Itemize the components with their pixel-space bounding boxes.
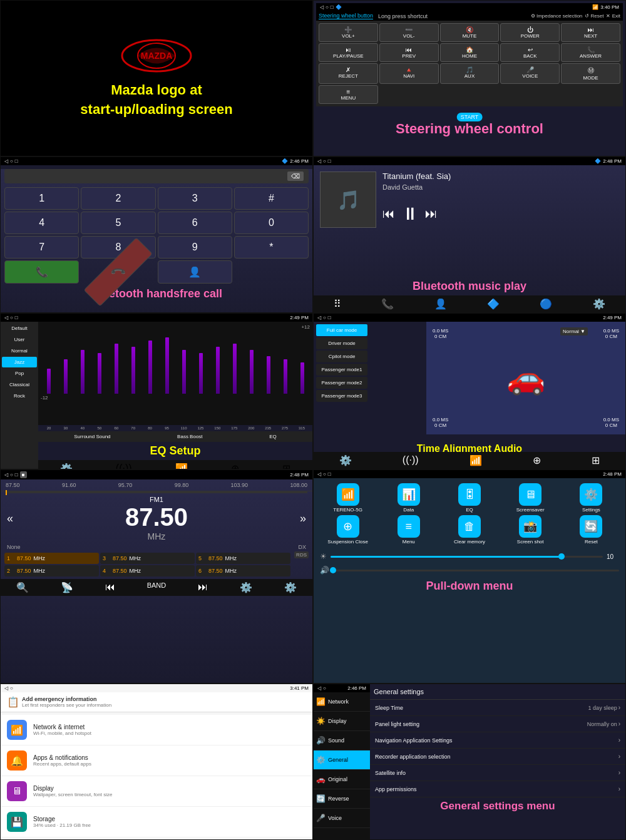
eq-bar-14[interactable] [277,359,293,394]
bt-key-3[interactable]: 3 [158,187,232,210]
back-icon7[interactable]: ◁ [317,471,321,477]
back-icon[interactable]: ◁ [320,4,324,10]
android-apps-item[interactable]: 🔔 Apps & notifications Recent apps, defa… [1,745,312,776]
nav-bt3-icon[interactable]: 🔵 [540,298,552,310]
eq-bar-12[interactable] [244,350,259,394]
back-icon4[interactable]: ◁ [4,315,8,320]
recents-icon2[interactable]: □ [15,158,18,164]
eq-bar-10[interactable] [210,347,225,394]
back-icon8[interactable]: ◁ [4,685,8,691]
home-icon[interactable]: ○ [326,4,329,10]
sw-home[interactable]: 🏠HOME [440,43,500,62]
eq-bar-11[interactable] [227,344,242,394]
ta-driver[interactable]: Driver mode [316,337,367,349]
bt-key-4[interactable]: 4 [4,212,79,234]
home-icon8[interactable]: ○ [10,685,13,691]
radio-prev-btn[interactable]: « [7,512,13,525]
eq-mode-user[interactable]: User [2,334,37,345]
radio-next-btn[interactable]: » [300,512,306,525]
eq-surround-sound[interactable]: Surround Sound [74,434,110,439]
recents-icon7[interactable]: □ [328,471,331,477]
eq-nav-surround[interactable]: ((·)) [116,463,132,469]
ta-passenger2[interactable]: Passenger mode2 [316,377,367,389]
home-icon9[interactable]: ○ [323,685,326,691]
sw-answer[interactable]: 📞ANSWER [561,43,620,62]
eq-bar-4[interactable] [108,344,124,394]
eq-bar-15[interactable] [294,362,310,394]
preset-2[interactable]: 2 87.50 MHz [4,565,99,576]
back-icon9[interactable]: ◁ [317,685,321,691]
sw-next[interactable]: ⏭NEXT [561,23,620,42]
eq-eq-btn[interactable]: EQ [269,434,277,439]
normal-dropdown[interactable]: Normal ▼ [560,324,588,335]
recents-icon4[interactable]: □ [15,315,18,320]
general-nav-general[interactable]: ⚙️ General [314,750,370,770]
bt-key-2[interactable]: 2 [81,187,155,210]
back-icon6[interactable]: ◁ [4,472,8,478]
eq-bar-2[interactable] [74,350,90,394]
next-button[interactable]: ⏭ [425,207,438,221]
android-display-item[interactable]: 🖥 Display Wallpaper, screen timeout, fon… [1,776,312,807]
steering-tab1[interactable]: Steering wheel button [319,13,373,19]
recents-icon3[interactable]: □ [328,158,331,164]
play-pause-button[interactable]: ⏸ [401,203,419,224]
pd-app-settings[interactable]: ⚙️ Settings [562,483,620,513]
exit-option[interactable]: ✕ Exit [606,13,620,19]
sw-voice[interactable]: 🎤VOICE [500,63,560,84]
reset-option[interactable]: ↺ Reset [585,13,603,19]
nav-settings-icon2[interactable]: ⚙️ [593,298,605,310]
ta-full-car[interactable]: Full car mode [316,324,367,336]
bt-key-1[interactable]: 1 [4,187,79,210]
general-row-nav-app[interactable]: Navigation Application Settings › [370,732,625,749]
recents-icon6[interactable]: □ [15,472,18,478]
sw-aux[interactable]: 🎵AUX [440,63,500,84]
eq-bar-5[interactable] [125,347,141,394]
pd-volume-slider[interactable] [333,570,619,571]
prev-button[interactable]: ⏮ [382,207,395,221]
eq-nav-grid[interactable]: ⊞ [282,463,290,469]
android-storage-item[interactable]: 💾 Storage 34% used · 21.19 GB free [1,807,312,837]
sw-reject[interactable]: ✗REJECT [319,63,378,84]
bt-key-star[interactable]: * [234,236,309,259]
general-row-satellite[interactable]: Satellite info › [370,765,625,781]
back-icon3[interactable]: ◁ [317,158,321,164]
eq-mode-rock[interactable]: Rock [2,391,37,401]
bt-contacts-button[interactable]: 👤 [158,260,232,284]
preset-3[interactable]: 3 87.50 MHz [100,553,195,564]
home-icon4[interactable]: ○ [10,315,13,320]
nav-bt-active-icon[interactable]: 🔷 [487,298,500,310]
home-icon7[interactable]: ○ [323,471,326,477]
eq-bar-3[interactable] [91,353,107,394]
eq-bass-boost[interactable]: Bass Boost [177,434,202,439]
eq-mode-pop[interactable]: Pop [2,368,37,379]
general-nav-reverse[interactable]: 🔄 Reverse [314,789,370,809]
sw-play-pause[interactable]: ⏯PLAY/PAUSE [319,43,378,62]
eq-bar-8[interactable] [176,350,192,394]
sw-prev[interactable]: ⏮PREV [379,43,439,62]
general-row-recorder[interactable]: Recorder application selection › [370,749,625,765]
bt-key-9[interactable]: 9 [158,236,232,259]
pd-app-screenshot[interactable]: 📸 Screen shot [501,515,560,545]
sw-power[interactable]: ⏻POWER [500,23,560,42]
general-row-app-permissions[interactable]: App permissions › [370,781,625,797]
bt-key-5[interactable]: 5 [81,212,155,234]
bt-call-button[interactable]: 📞 [4,260,79,284]
pd-app-menu[interactable]: ≡ Menu [379,515,438,545]
ta-passenger3[interactable]: Passenger mode3 [316,390,367,402]
preset-5[interactable]: 5 87.50 MHz [196,553,290,564]
home-icon6[interactable]: ○ [10,472,13,478]
impedance-option[interactable]: ⚙ Impedance selection [531,13,583,19]
preset-1[interactable]: 1 87.50 MHz [4,553,99,564]
eq-nav-add[interactable]: ⊕ [231,463,239,469]
home-icon3[interactable]: ○ [323,158,326,164]
back-icon2[interactable]: ◁ [4,158,8,164]
bt-key-hash[interactable]: # [234,187,309,210]
android-network-item[interactable]: 📶 Network & internet Wi-Fi, mobile, and … [1,715,312,745]
radio-settings-icon[interactable]: ⚙️ [284,581,297,593]
ta-passenger1[interactable]: Passenger mode1 [316,364,367,376]
sw-navi[interactable]: 🔺NAVI [379,63,439,84]
sw-mute[interactable]: 🔇MUTE [440,23,500,42]
eq-mode-default[interactable]: Default [2,323,37,334]
eq-mode-normal[interactable]: Normal [2,346,37,356]
eq-mode-classical[interactable]: Classical [2,379,37,390]
